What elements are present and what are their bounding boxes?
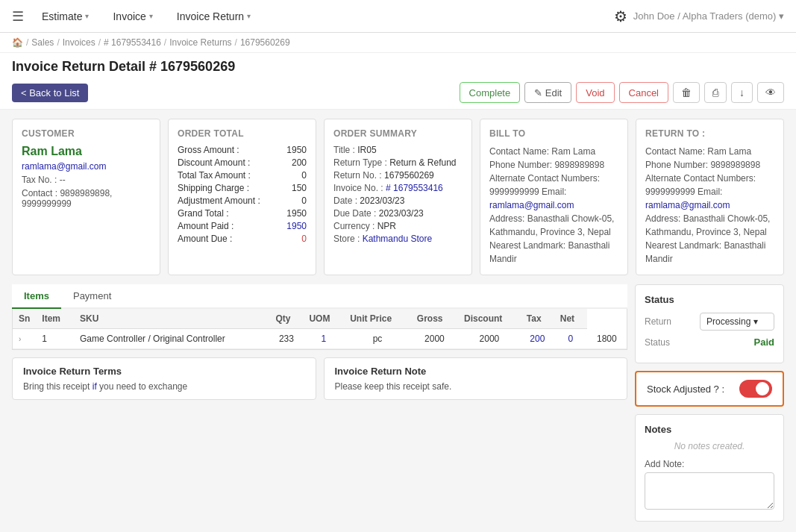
add-note-textarea[interactable]: [645, 472, 774, 510]
breadcrumb-return-id[interactable]: 1679560269: [240, 37, 290, 48]
add-note-label: Add Note:: [645, 459, 774, 469]
breadcrumb-home[interactable]: 🏠: [12, 37, 23, 48]
td-expand[interactable]: ›: [13, 329, 36, 349]
return-type-row: Return Type : Return & Refund: [333, 157, 463, 168]
return-to-card: Return To : Contact Name: Ram Lama Phone…: [636, 119, 784, 275]
payment-status-row: Status Paid: [645, 337, 774, 348]
nav-invoice-return-label: Invoice Return: [177, 10, 244, 22]
bottom-section: Items Payment Sn Item SKU Qty UOM Unit P…: [12, 284, 784, 522]
page-title: Invoice Return Detail # 1679560269: [0, 53, 796, 78]
td-sku: 233: [270, 329, 304, 349]
title-row: Title : IR05: [333, 145, 463, 155]
tab-items[interactable]: Items: [12, 284, 61, 309]
store-row: Store : Kathmandu Store: [333, 234, 463, 244]
payment-status-value: Paid: [754, 337, 774, 348]
currency-row: Currency : NPR: [333, 221, 463, 231]
order-summary-card: Order Summary Title : IR05 Return Type :…: [324, 119, 472, 275]
breadcrumb-invoice-returns[interactable]: Invoice Returns: [169, 37, 231, 48]
main-content: Customer Ram Lama ramlama@gmail.com Tax …: [0, 110, 796, 531]
top-nav: ☰ Estimate ▾ Invoice ▾ Invoice Return ▾ …: [0, 0, 796, 33]
stock-adjusted-label: Stock Adjusted ? :: [647, 384, 724, 395]
amount-due-row: Amount Due :0: [178, 234, 307, 244]
items-table: Sn Item SKU Qty UOM Unit Price Gross Dis…: [13, 309, 627, 349]
invoice-return-note: Invoice Return Note Please keep this rec…: [324, 357, 628, 400]
status-panel: Status Return Processing ▾ Status Paid: [635, 284, 784, 363]
th-qty: Qty: [270, 309, 304, 329]
notes-panel: Notes No notes created. Add Note:: [635, 414, 784, 522]
breadcrumb-sales[interactable]: Sales: [31, 37, 54, 48]
stock-adjusted-panel: Stock Adjusted ? :: [635, 371, 784, 407]
notes-heading: Notes: [645, 424, 774, 435]
terms-heading: Invoice Return Terms: [23, 366, 305, 377]
items-table-container: Sn Item SKU Qty UOM Unit Price Gross Dis…: [12, 309, 627, 350]
td-gross: 2000: [458, 329, 521, 349]
table-header-row: Sn Item SKU Qty UOM Unit Price Gross Dis…: [13, 309, 627, 329]
return-status-row: Return Processing ▾: [645, 313, 774, 331]
download-button[interactable]: ↓: [731, 82, 753, 103]
nav-right: ⚙ John Doe / Alpha Traders (demo) ▾: [614, 7, 784, 25]
td-sn: 1: [36, 329, 74, 349]
td-tax: 0: [554, 329, 587, 349]
note-content: Please keep this receipt safe.: [335, 381, 617, 392]
th-discount: Discount: [458, 309, 521, 329]
th-uom: UOM: [303, 309, 344, 329]
user-name: John Doe: [633, 10, 675, 22]
stock-adjusted-toggle[interactable]: [739, 380, 772, 398]
edit-button[interactable]: ✎ Edit: [524, 82, 571, 103]
github-icon: ⚙: [614, 7, 627, 25]
toolbar: < Back to List Complete ✎ Edit Void Canc…: [0, 78, 796, 110]
bill-to-card: Bill To Contact Name: Ram Lama Phone Num…: [480, 119, 628, 275]
back-to-list-button[interactable]: < Back to List: [12, 84, 88, 102]
print-button[interactable]: ⎙: [704, 82, 727, 103]
delete-button[interactable]: 🗑: [673, 82, 700, 103]
td-uom: pc: [344, 329, 411, 349]
bill-to-heading: Bill To: [489, 128, 618, 139]
order-total-card: Order Total Gross Amount :1950 Discount …: [168, 119, 316, 275]
th-sn: Sn: [13, 309, 36, 329]
return-status-value: Processing: [706, 316, 750, 327]
customer-card: Customer Ram Lama ramlama@gmail.com Tax …: [12, 119, 160, 275]
customer-name: Ram Lama: [22, 145, 151, 158]
breadcrumb-invoices[interactable]: Invoices: [63, 37, 95, 48]
complete-button[interactable]: Complete: [460, 82, 521, 103]
cancel-button[interactable]: Cancel: [619, 82, 668, 103]
breadcrumb-invoice-id[interactable]: # 1679553416: [104, 37, 161, 48]
view-button[interactable]: 👁: [757, 82, 784, 103]
company-name: / Alpha Traders (demo): [677, 10, 776, 22]
td-discount: 200: [521, 329, 554, 349]
customer-contact: Contact : 9898989898, 9999999999: [22, 188, 151, 209]
note-heading: Invoice Return Note: [335, 366, 617, 377]
shipping-row: Shipping Charge :150: [178, 183, 307, 193]
return-status-dropdown[interactable]: Processing ▾: [700, 313, 774, 331]
date-row: Date : 2023/03/23: [333, 195, 463, 206]
no-notes-text: No notes created.: [645, 441, 774, 451]
gross-amount-row: Gross Amount :1950: [178, 145, 307, 155]
customer-tax: Tax No. : --: [22, 175, 151, 185]
grand-total-row: Grand Total :1950: [178, 208, 307, 219]
nav-estimate[interactable]: Estimate ▾: [36, 7, 95, 25]
tab-payment[interactable]: Payment: [61, 284, 123, 309]
tabs: Items Payment: [12, 284, 627, 309]
nav-left: ☰ Estimate ▾ Invoice ▾ Invoice Return ▾: [12, 7, 257, 25]
user-menu[interactable]: John Doe / Alpha Traders (demo) ▾: [633, 10, 784, 22]
amount-paid-row: Amount Paid :1950: [178, 221, 307, 231]
customer-email: ramlama@gmail.com: [22, 161, 151, 172]
info-row: Customer Ram Lama ramlama@gmail.com Tax …: [12, 119, 784, 275]
td-net: 1800: [587, 329, 627, 349]
hamburger-icon[interactable]: ☰: [12, 8, 24, 25]
td-qty: 1: [303, 329, 344, 349]
nav-invoice[interactable]: Invoice ▾: [107, 7, 158, 25]
toggle-slider: [739, 380, 772, 398]
order-total-heading: Order Total: [178, 128, 307, 139]
nav-invoice-label: Invoice: [113, 10, 145, 22]
status-heading: Status: [645, 294, 774, 305]
toolbar-actions: Complete ✎ Edit Void Cancel 🗑 ⎙ ↓ 👁: [460, 82, 784, 103]
discount-amount-row: Discount Amount :200: [178, 157, 307, 168]
void-button[interactable]: Void: [576, 82, 614, 103]
due-date-row: Due Date : 2023/03/23: [333, 208, 463, 219]
return-status-label: Return: [645, 316, 671, 327]
nav-invoice-return[interactable]: Invoice Return ▾: [171, 7, 257, 25]
invoice-return-terms: Invoice Return Terms Bring this receipt …: [12, 357, 316, 400]
table-row: › 1 Game Controller / Original Controlle…: [13, 329, 627, 349]
order-summary-heading: Order Summary: [333, 128, 463, 139]
